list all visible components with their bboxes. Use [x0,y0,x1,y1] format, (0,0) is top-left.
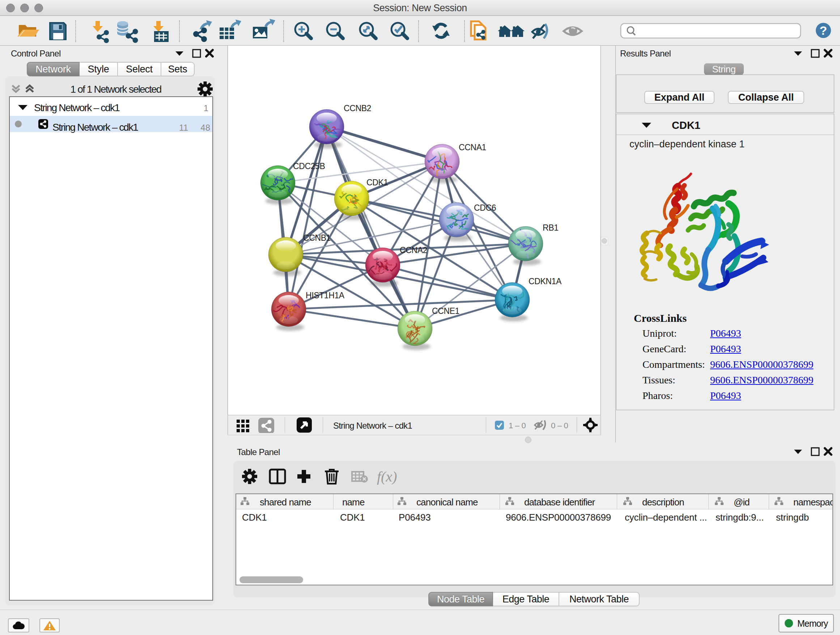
svg-text:CCNA1: CCNA1 [459,143,486,152]
svg-text:CCNA2: CCNA2 [400,245,427,255]
svg-text:CCNE1: CCNE1 [432,306,459,316]
svg-text:CDC25B: CDC25B [293,162,325,171]
svg-text:CDK1: CDK1 [366,178,388,187]
svg-text:f(x): f(x) [377,469,397,485]
svg-text:CDC6: CDC6 [474,203,496,212]
svg-text:?: ? [820,24,827,37]
svg-text:HIST1H1A: HIST1H1A [306,291,345,300]
svg-text:RB1: RB1 [543,223,559,233]
svg-text:CCNB1: CCNB1 [303,233,331,242]
svg-text:CDKN1A: CDKN1A [529,277,562,286]
svg-text:CCNB2: CCNB2 [344,103,371,113]
